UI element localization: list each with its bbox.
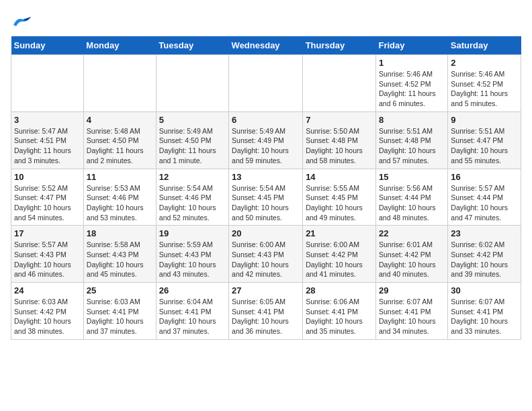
day-number: 17 (14, 228, 81, 238)
day-info: Sunrise: 5:49 AM Sunset: 4:50 PM Dayligh… (159, 126, 226, 166)
day-info: Sunrise: 5:55 AM Sunset: 4:45 PM Dayligh… (306, 183, 373, 223)
calendar-cell: 3Sunrise: 5:47 AM Sunset: 4:51 PM Daylig… (11, 111, 84, 169)
day-number: 30 (451, 285, 518, 295)
day-number: 9 (451, 115, 518, 125)
day-info: Sunrise: 5:48 AM Sunset: 4:50 PM Dayligh… (87, 126, 153, 166)
calendar-cell: 5Sunrise: 5:49 AM Sunset: 4:50 PM Daylig… (156, 111, 228, 169)
calendar-cell: 11Sunrise: 5:53 AM Sunset: 4:46 PM Dayli… (83, 169, 156, 226)
col-header-sunday: Sunday (11, 36, 84, 55)
day-info: Sunrise: 6:02 AM Sunset: 4:42 PM Dayligh… (451, 240, 518, 279)
calendar-cell: 27Sunrise: 6:05 AM Sunset: 4:41 PM Dayli… (229, 283, 303, 340)
day-info: Sunrise: 5:54 AM Sunset: 4:45 PM Dayligh… (232, 183, 300, 223)
day-info: Sunrise: 5:57 AM Sunset: 4:43 PM Dayligh… (14, 240, 81, 279)
day-number: 24 (14, 285, 81, 295)
col-header-tuesday: Tuesday (156, 36, 228, 55)
day-number: 7 (306, 115, 373, 125)
day-number: 26 (159, 285, 226, 295)
day-number: 15 (379, 172, 445, 182)
day-number: 19 (159, 228, 226, 238)
calendar-cell: 15Sunrise: 5:56 AM Sunset: 4:44 PM Dayli… (375, 169, 447, 226)
calendar-cell: 12Sunrise: 5:54 AM Sunset: 4:46 PM Dayli… (156, 169, 228, 226)
day-number: 27 (232, 285, 300, 295)
col-header-monday: Monday (83, 36, 156, 55)
calendar-cell: 14Sunrise: 5:55 AM Sunset: 4:45 PM Dayli… (303, 169, 376, 226)
day-number: 5 (159, 115, 226, 125)
day-number: 6 (232, 115, 300, 125)
day-info: Sunrise: 5:47 AM Sunset: 4:51 PM Dayligh… (14, 126, 81, 166)
calendar-cell: 17Sunrise: 5:57 AM Sunset: 4:43 PM Dayli… (11, 226, 84, 283)
calendar-cell: 30Sunrise: 6:07 AM Sunset: 4:41 PM Dayli… (448, 283, 521, 340)
calendar-cell: 10Sunrise: 5:52 AM Sunset: 4:47 PM Dayli… (11, 169, 84, 226)
day-number: 8 (379, 115, 445, 125)
calendar-cell: 20Sunrise: 6:00 AM Sunset: 4:43 PM Dayli… (229, 226, 303, 283)
calendar-cell: 29Sunrise: 6:07 AM Sunset: 4:41 PM Dayli… (375, 283, 447, 340)
day-info: Sunrise: 6:01 AM Sunset: 4:42 PM Dayligh… (379, 240, 445, 279)
calendar-table: SundayMondayTuesdayWednesdayThursdayFrid… (11, 36, 521, 340)
day-info: Sunrise: 5:46 AM Sunset: 4:52 PM Dayligh… (451, 69, 518, 109)
col-header-saturday: Saturday (448, 36, 521, 55)
day-info: Sunrise: 6:00 AM Sunset: 4:43 PM Dayligh… (232, 240, 300, 279)
day-number: 18 (87, 228, 153, 238)
day-number: 25 (87, 285, 153, 295)
day-info: Sunrise: 5:51 AM Sunset: 4:48 PM Dayligh… (379, 126, 445, 166)
calendar-cell: 24Sunrise: 6:03 AM Sunset: 4:42 PM Dayli… (11, 283, 84, 340)
calendar-cell: 25Sunrise: 6:03 AM Sunset: 4:41 PM Dayli… (83, 283, 156, 340)
day-info: Sunrise: 5:56 AM Sunset: 4:44 PM Dayligh… (379, 183, 445, 223)
day-number: 29 (379, 285, 445, 295)
day-number: 4 (87, 115, 153, 125)
day-info: Sunrise: 6:04 AM Sunset: 4:41 PM Dayligh… (159, 297, 226, 336)
week-row-1: 1Sunrise: 5:46 AM Sunset: 4:52 PM Daylig… (11, 55, 521, 112)
logo (11, 11, 31, 28)
calendar-cell: 28Sunrise: 6:06 AM Sunset: 4:41 PM Dayli… (303, 283, 376, 340)
day-info: Sunrise: 5:52 AM Sunset: 4:47 PM Dayligh… (14, 183, 81, 223)
day-info: Sunrise: 5:59 AM Sunset: 4:43 PM Dayligh… (159, 240, 226, 279)
calendar-cell: 23Sunrise: 6:02 AM Sunset: 4:42 PM Dayli… (448, 226, 521, 283)
day-info: Sunrise: 5:58 AM Sunset: 4:43 PM Dayligh… (87, 240, 153, 279)
day-number: 28 (306, 285, 373, 295)
day-info: Sunrise: 5:49 AM Sunset: 4:49 PM Dayligh… (232, 126, 300, 166)
calendar-cell (156, 55, 228, 112)
week-row-3: 10Sunrise: 5:52 AM Sunset: 4:47 PM Dayli… (11, 169, 521, 226)
col-header-thursday: Thursday (303, 36, 376, 55)
day-info: Sunrise: 5:50 AM Sunset: 4:48 PM Dayligh… (306, 126, 373, 166)
day-number: 3 (14, 115, 81, 125)
col-header-friday: Friday (375, 36, 447, 55)
calendar-cell (303, 55, 376, 112)
day-info: Sunrise: 6:07 AM Sunset: 4:41 PM Dayligh… (379, 297, 445, 336)
calendar-cell: 21Sunrise: 6:00 AM Sunset: 4:42 PM Dayli… (303, 226, 376, 283)
day-info: Sunrise: 6:05 AM Sunset: 4:41 PM Dayligh… (232, 297, 300, 336)
col-header-wednesday: Wednesday (229, 36, 303, 55)
day-info: Sunrise: 5:54 AM Sunset: 4:46 PM Dayligh… (159, 183, 226, 223)
calendar-cell: 1Sunrise: 5:46 AM Sunset: 4:52 PM Daylig… (375, 55, 447, 112)
calendar-cell (229, 55, 303, 112)
logo-bird-icon (12, 15, 31, 28)
day-number: 2 (451, 58, 518, 68)
calendar-cell: 9Sunrise: 5:51 AM Sunset: 4:47 PM Daylig… (448, 111, 521, 169)
calendar-cell (11, 55, 84, 112)
day-info: Sunrise: 5:46 AM Sunset: 4:52 PM Dayligh… (379, 69, 445, 109)
day-number: 21 (306, 228, 373, 238)
calendar-cell: 22Sunrise: 6:01 AM Sunset: 4:42 PM Dayli… (375, 226, 447, 283)
week-row-5: 24Sunrise: 6:03 AM Sunset: 4:42 PM Dayli… (11, 283, 521, 340)
day-info: Sunrise: 6:00 AM Sunset: 4:42 PM Dayligh… (306, 240, 373, 279)
calendar-cell (83, 55, 156, 112)
week-row-2: 3Sunrise: 5:47 AM Sunset: 4:51 PM Daylig… (11, 111, 521, 169)
day-info: Sunrise: 6:07 AM Sunset: 4:41 PM Dayligh… (451, 297, 518, 336)
page-header (11, 11, 521, 28)
day-info: Sunrise: 5:51 AM Sunset: 4:47 PM Dayligh… (451, 126, 518, 166)
day-number: 22 (379, 228, 445, 238)
calendar-cell: 4Sunrise: 5:48 AM Sunset: 4:50 PM Daylig… (83, 111, 156, 169)
calendar-cell: 19Sunrise: 5:59 AM Sunset: 4:43 PM Dayli… (156, 226, 228, 283)
calendar-cell: 2Sunrise: 5:46 AM Sunset: 4:52 PM Daylig… (448, 55, 521, 112)
day-number: 23 (451, 228, 518, 238)
calendar-cell: 18Sunrise: 5:58 AM Sunset: 4:43 PM Dayli… (83, 226, 156, 283)
day-info: Sunrise: 6:06 AM Sunset: 4:41 PM Dayligh… (306, 297, 373, 336)
day-number: 16 (451, 172, 518, 182)
day-number: 11 (87, 172, 153, 182)
calendar-cell: 7Sunrise: 5:50 AM Sunset: 4:48 PM Daylig… (303, 111, 376, 169)
day-number: 1 (379, 58, 445, 68)
day-info: Sunrise: 5:53 AM Sunset: 4:46 PM Dayligh… (87, 183, 153, 223)
calendar-cell: 6Sunrise: 5:49 AM Sunset: 4:49 PM Daylig… (229, 111, 303, 169)
day-number: 20 (232, 228, 300, 238)
day-info: Sunrise: 5:57 AM Sunset: 4:44 PM Dayligh… (451, 183, 518, 223)
